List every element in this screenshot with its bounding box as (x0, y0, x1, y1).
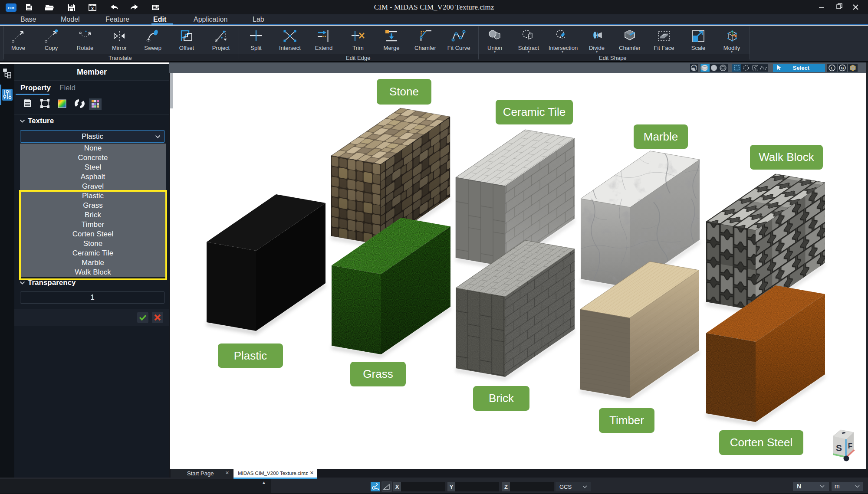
svg-text:Walk Block: Walk Block (759, 150, 815, 164)
svg-text:Select: Select (793, 65, 810, 71)
svg-text:Stone: Stone (389, 85, 419, 98)
svg-text:X: X (395, 484, 399, 490)
svg-text:m: m (835, 483, 840, 490)
svg-text:Timber: Timber (609, 414, 644, 427)
svg-text:N: N (797, 483, 801, 490)
svg-text:Ceramic Tile: Ceramic Tile (503, 105, 566, 118)
svg-text:GCS: GCS (559, 484, 572, 490)
svg-text:Corten Steel: Corten Steel (730, 436, 793, 449)
svg-text:L: L (831, 66, 833, 70)
svg-text:A: A (695, 65, 697, 68)
svg-text:F: F (848, 442, 852, 450)
svg-text:Brick: Brick (489, 392, 514, 405)
svg-text:Z: Z (504, 484, 508, 490)
svg-text:S: S (836, 443, 842, 453)
svg-text:Grass: Grass (363, 367, 393, 380)
svg-text:Y: Y (450, 484, 454, 490)
svg-text:Plastic: Plastic (234, 349, 267, 362)
svg-text:G: G (841, 66, 844, 70)
svg-text:Marble: Marble (644, 130, 678, 143)
